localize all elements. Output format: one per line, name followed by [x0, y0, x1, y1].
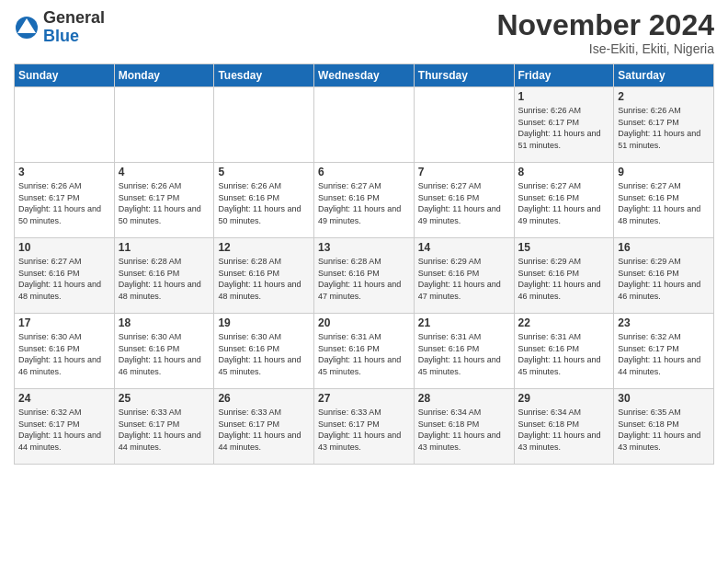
header-wednesday: Wednesday — [314, 64, 415, 87]
day-info: Sunrise: 6:30 AM Sunset: 6:16 PM Dayligh… — [18, 331, 110, 377]
table-row: 30Sunrise: 6:35 AM Sunset: 6:18 PM Dayli… — [614, 389, 714, 465]
logo-general: General — [43, 8, 105, 27]
day-info: Sunrise: 6:26 AM Sunset: 6:17 PM Dayligh… — [518, 105, 610, 151]
day-info: Sunrise: 6:33 AM Sunset: 6:17 PM Dayligh… — [218, 407, 310, 453]
header-tuesday: Tuesday — [214, 64, 314, 87]
day-number: 16 — [618, 241, 710, 254]
day-number: 15 — [518, 241, 610, 254]
day-number: 6 — [318, 166, 410, 178]
month-title: November 2024 — [496, 9, 714, 41]
logo-icon — [14, 15, 40, 40]
location-subtitle: Ise-Ekiti, Ekiti, Nigeria — [496, 41, 714, 56]
day-number: 5 — [218, 166, 310, 178]
page-container: General Blue November 2024 Ise-Ekiti, Ek… — [0, 0, 728, 474]
table-row — [414, 87, 514, 163]
day-info: Sunrise: 6:33 AM Sunset: 6:17 PM Dayligh… — [119, 407, 210, 453]
day-info: Sunrise: 6:32 AM Sunset: 6:17 PM Dayligh… — [618, 331, 710, 377]
day-number: 9 — [618, 166, 710, 178]
table-row — [314, 87, 415, 163]
table-row: 2Sunrise: 6:26 AM Sunset: 6:17 PM Daylig… — [614, 87, 714, 163]
day-number: 13 — [318, 241, 410, 254]
day-info: Sunrise: 6:31 AM Sunset: 6:16 PM Dayligh… — [418, 331, 510, 377]
table-row: 10Sunrise: 6:27 AM Sunset: 6:16 PM Dayli… — [15, 238, 115, 314]
day-info: Sunrise: 6:32 AM Sunset: 6:17 PM Dayligh… — [18, 407, 110, 453]
table-row — [114, 87, 214, 163]
day-number: 25 — [119, 392, 210, 405]
table-row: 29Sunrise: 6:34 AM Sunset: 6:18 PM Dayli… — [514, 389, 614, 465]
table-row — [214, 87, 314, 163]
day-info: Sunrise: 6:29 AM Sunset: 6:16 PM Dayligh… — [618, 256, 710, 302]
header-sunday: Sunday — [15, 64, 115, 87]
day-number: 1 — [518, 90, 610, 103]
day-info: Sunrise: 6:29 AM Sunset: 6:16 PM Dayligh… — [518, 256, 610, 302]
day-info: Sunrise: 6:30 AM Sunset: 6:16 PM Dayligh… — [119, 331, 210, 377]
day-number: 22 — [518, 316, 610, 329]
day-number: 3 — [18, 166, 110, 178]
table-row: 24Sunrise: 6:32 AM Sunset: 6:17 PM Dayli… — [15, 389, 115, 465]
day-info: Sunrise: 6:27 AM Sunset: 6:16 PM Dayligh… — [18, 256, 110, 302]
day-info: Sunrise: 6:30 AM Sunset: 6:16 PM Dayligh… — [218, 331, 310, 377]
table-row: 1Sunrise: 6:26 AM Sunset: 6:17 PM Daylig… — [514, 87, 614, 163]
page-header: General Blue November 2024 Ise-Ekiti, Ek… — [14, 9, 714, 56]
day-info: Sunrise: 6:27 AM Sunset: 6:16 PM Dayligh… — [318, 180, 410, 226]
table-row: 16Sunrise: 6:29 AM Sunset: 6:16 PM Dayli… — [614, 238, 714, 314]
table-row: 5Sunrise: 6:26 AM Sunset: 6:16 PM Daylig… — [214, 163, 314, 238]
day-info: Sunrise: 6:27 AM Sunset: 6:16 PM Dayligh… — [618, 180, 710, 226]
day-number: 18 — [119, 316, 210, 329]
day-info: Sunrise: 6:26 AM Sunset: 6:17 PM Dayligh… — [119, 180, 210, 226]
table-row — [15, 87, 115, 163]
calendar-week-row: 24Sunrise: 6:32 AM Sunset: 6:17 PM Dayli… — [15, 389, 714, 465]
day-number: 21 — [418, 316, 510, 329]
calendar-week-row: 17Sunrise: 6:30 AM Sunset: 6:16 PM Dayli… — [15, 314, 714, 389]
day-number: 29 — [518, 392, 610, 405]
day-info: Sunrise: 6:35 AM Sunset: 6:18 PM Dayligh… — [618, 407, 710, 453]
day-info: Sunrise: 6:34 AM Sunset: 6:18 PM Dayligh… — [518, 407, 610, 453]
day-number: 4 — [119, 166, 210, 178]
table-row: 3Sunrise: 6:26 AM Sunset: 6:17 PM Daylig… — [15, 163, 115, 238]
table-row: 25Sunrise: 6:33 AM Sunset: 6:17 PM Dayli… — [114, 389, 214, 465]
table-row: 21Sunrise: 6:31 AM Sunset: 6:16 PM Dayli… — [414, 314, 514, 389]
day-number: 10 — [18, 241, 110, 254]
day-number: 2 — [618, 90, 710, 103]
table-row: 18Sunrise: 6:30 AM Sunset: 6:16 PM Dayli… — [114, 314, 214, 389]
day-info: Sunrise: 6:28 AM Sunset: 6:16 PM Dayligh… — [218, 256, 310, 302]
table-row: 28Sunrise: 6:34 AM Sunset: 6:18 PM Dayli… — [414, 389, 514, 465]
table-row: 15Sunrise: 6:29 AM Sunset: 6:16 PM Dayli… — [514, 238, 614, 314]
title-block: November 2024 Ise-Ekiti, Ekiti, Nigeria — [496, 9, 714, 56]
day-number: 27 — [318, 392, 410, 405]
table-row: 14Sunrise: 6:29 AM Sunset: 6:16 PM Dayli… — [414, 238, 514, 314]
table-row: 6Sunrise: 6:27 AM Sunset: 6:16 PM Daylig… — [314, 163, 415, 238]
table-row: 17Sunrise: 6:30 AM Sunset: 6:16 PM Dayli… — [15, 314, 115, 389]
logo-text: General Blue — [43, 9, 105, 46]
header-saturday: Saturday — [614, 64, 714, 87]
day-info: Sunrise: 6:26 AM Sunset: 6:16 PM Dayligh… — [218, 180, 310, 226]
day-number: 14 — [418, 241, 510, 254]
table-row: 4Sunrise: 6:26 AM Sunset: 6:17 PM Daylig… — [114, 163, 214, 238]
calendar-week-row: 3Sunrise: 6:26 AM Sunset: 6:17 PM Daylig… — [15, 163, 714, 238]
calendar-week-row: 1Sunrise: 6:26 AM Sunset: 6:17 PM Daylig… — [15, 87, 714, 163]
table-row: 20Sunrise: 6:31 AM Sunset: 6:16 PM Dayli… — [314, 314, 415, 389]
day-number: 20 — [318, 316, 410, 329]
table-row: 26Sunrise: 6:33 AM Sunset: 6:17 PM Dayli… — [214, 389, 314, 465]
day-number: 12 — [218, 241, 310, 254]
logo-blue: Blue — [43, 27, 79, 45]
calendar-week-row: 10Sunrise: 6:27 AM Sunset: 6:16 PM Dayli… — [15, 238, 714, 314]
table-row: 9Sunrise: 6:27 AM Sunset: 6:16 PM Daylig… — [614, 163, 714, 238]
day-number: 30 — [618, 392, 710, 405]
day-info: Sunrise: 6:34 AM Sunset: 6:18 PM Dayligh… — [418, 407, 510, 453]
logo: General Blue — [14, 9, 105, 46]
table-row: 12Sunrise: 6:28 AM Sunset: 6:16 PM Dayli… — [214, 238, 314, 314]
day-number: 8 — [518, 166, 610, 178]
table-row: 7Sunrise: 6:27 AM Sunset: 6:16 PM Daylig… — [414, 163, 514, 238]
header-monday: Monday — [114, 64, 214, 87]
day-info: Sunrise: 6:27 AM Sunset: 6:16 PM Dayligh… — [518, 180, 610, 226]
header-thursday: Thursday — [414, 64, 514, 87]
day-info: Sunrise: 6:31 AM Sunset: 6:16 PM Dayligh… — [318, 331, 410, 377]
day-number: 17 — [18, 316, 110, 329]
table-row: 27Sunrise: 6:33 AM Sunset: 6:17 PM Dayli… — [314, 389, 415, 465]
day-number: 24 — [18, 392, 110, 405]
calendar-table: Sunday Monday Tuesday Wednesday Thursday… — [14, 63, 714, 465]
day-info: Sunrise: 6:33 AM Sunset: 6:17 PM Dayligh… — [318, 407, 410, 453]
table-row: 8Sunrise: 6:27 AM Sunset: 6:16 PM Daylig… — [514, 163, 614, 238]
day-info: Sunrise: 6:28 AM Sunset: 6:16 PM Dayligh… — [119, 256, 210, 302]
